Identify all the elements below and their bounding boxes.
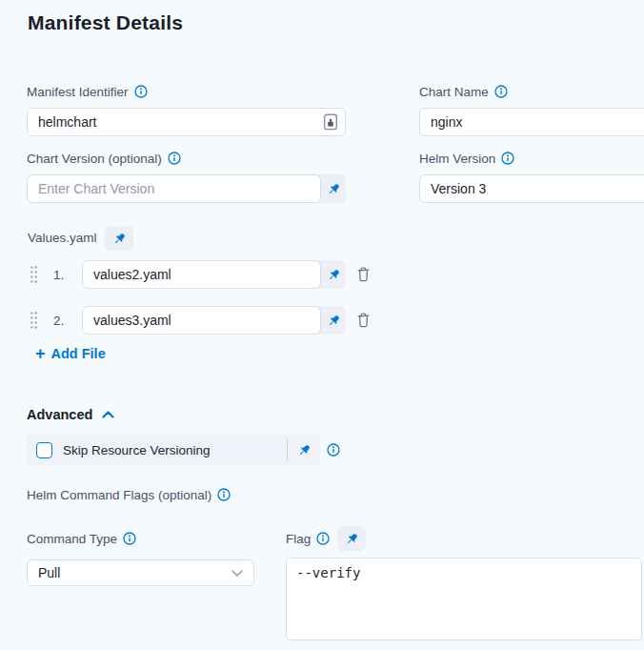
helm-command-flags-label: Helm Command Flags (optional) — [27, 487, 231, 502]
edit-identifier-icon[interactable] — [323, 113, 338, 131]
flag-header: Flag — [286, 525, 366, 552]
trash-icon — [355, 266, 372, 282]
delete-file-button[interactable] — [355, 266, 372, 282]
helm-version-select[interactable]: Version 3 — [419, 174, 644, 203]
chevron-up-icon — [102, 411, 114, 418]
chart-name-label: Chart Name — [419, 84, 508, 99]
command-type-select[interactable]: Pull — [27, 559, 254, 586]
skip-resource-versioning-row: Skip Resource Versioning — [27, 435, 320, 465]
pin-icon[interactable] — [321, 174, 346, 203]
values-yaml-pin-button[interactable] — [105, 226, 133, 251]
trash-icon — [355, 312, 372, 328]
pin-icon — [345, 532, 359, 546]
chart-version-label: Chart Version (optional) — [27, 151, 181, 166]
advanced-section-toggle[interactable]: Advanced — [27, 407, 114, 422]
manifest-identifier-label: Manifest Identifier — [27, 84, 148, 99]
skip-resource-versioning-label: Skip Resource Versioning — [63, 443, 287, 457]
delete-file-button[interactable] — [355, 312, 372, 328]
values-file-row — [82, 260, 346, 289]
flag-textarea[interactable]: --verify — [286, 558, 642, 640]
info-icon[interactable] — [501, 152, 514, 165]
values-yaml-label: Values.yaml — [28, 230, 97, 245]
pin-icon — [112, 232, 127, 246]
manifest-identifier-input[interactable] — [27, 108, 346, 136]
values-file-input[interactable] — [82, 306, 321, 335]
info-icon[interactable] — [217, 488, 231, 501]
chart-name-input[interactable] — [419, 108, 644, 136]
skip-resource-versioning-checkbox[interactable] — [36, 442, 52, 458]
values-file-number: 1. — [53, 268, 70, 282]
values-file-number: 2. — [53, 314, 70, 328]
plus-icon: + — [35, 347, 46, 360]
helm-version-label: Helm Version — [419, 151, 514, 166]
chart-version-input-group — [27, 174, 346, 203]
pin-icon[interactable] — [321, 306, 346, 335]
chevron-down-icon — [231, 570, 243, 577]
info-icon[interactable] — [123, 532, 136, 545]
flag-label: Flag — [286, 532, 330, 546]
info-icon[interactable] — [134, 85, 148, 98]
page-title: Manifest Details — [28, 11, 183, 34]
info-icon[interactable] — [327, 443, 340, 457]
chart-version-input[interactable] — [27, 174, 321, 203]
manifest-details-page: Manifest Details Manifest Identifier Cha… — [0, 0, 644, 650]
info-icon[interactable] — [316, 532, 330, 545]
pin-icon[interactable] — [321, 260, 346, 289]
pin-icon[interactable] — [288, 443, 320, 457]
drag-handle[interactable] — [30, 311, 38, 330]
drag-handle[interactable] — [30, 265, 38, 284]
info-icon[interactable] — [494, 85, 508, 98]
add-file-button[interactable]: + Add File — [35, 346, 106, 361]
values-file-row — [82, 306, 346, 335]
command-type-label: Command Type — [27, 531, 136, 546]
values-file-input[interactable] — [82, 260, 321, 289]
flag-pin-button[interactable] — [337, 526, 366, 551]
info-icon[interactable] — [168, 152, 181, 165]
